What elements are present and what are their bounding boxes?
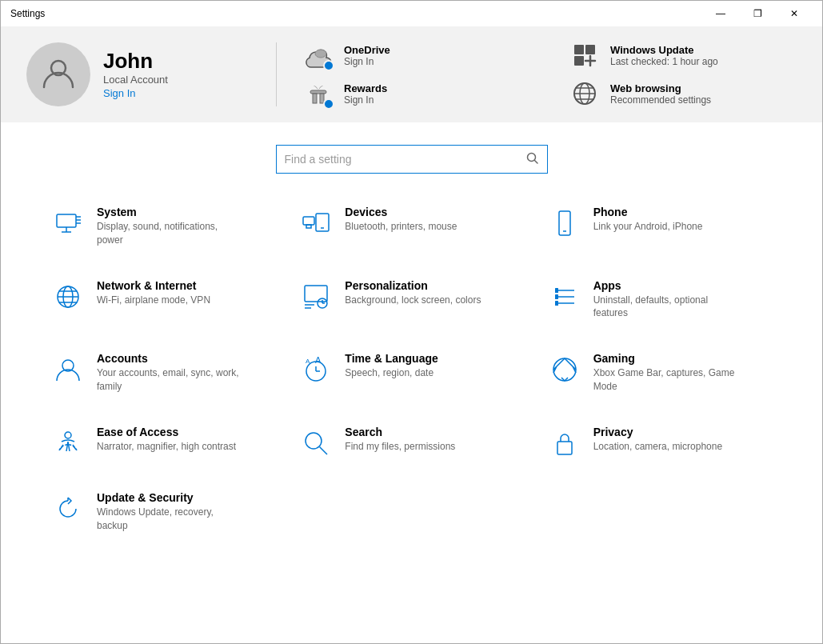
ease-text: Ease of Access Narrator, magnifier, high… (97, 426, 236, 454)
apps-text: Apps Uninstall, defaults, optional featu… (593, 279, 737, 321)
devices-icon (300, 207, 332, 239)
update-text: Update & Security Windows Update, recove… (97, 491, 241, 533)
setting-devices[interactable]: Devices Bluetooth, printers, mouse (287, 190, 535, 263)
network-text: Network & Internet Wi-Fi, airplane mode,… (97, 279, 210, 307)
phone-title: Phone (593, 206, 703, 218)
setting-system[interactable]: System Display, sound, notifications, po… (39, 190, 287, 263)
phone-icon (549, 207, 581, 239)
setting-phone[interactable]: Phone Link your Android, iPhone (536, 190, 784, 263)
ease-desc: Narrator, magnifier, high contrast (97, 440, 236, 454)
onedrive-icon-wrap (302, 39, 334, 71)
minimize-button[interactable]: — (702, 1, 739, 26)
windows-update-icon (570, 41, 599, 70)
header-section: John Local Account Sign In OneDrive Sign… (1, 26, 822, 122)
close-button[interactable]: ✕ (776, 1, 813, 26)
time-title: Time & Language (345, 352, 437, 365)
update-icon (52, 493, 84, 525)
svg-rect-4 (574, 56, 584, 66)
search-setting-desc: Find my files, permissions (345, 440, 455, 454)
search-icon (526, 152, 539, 167)
windows-update-text: Windows Update Last checked: 1 hour ago (610, 44, 718, 67)
system-title: System (97, 206, 241, 218)
maximize-button[interactable]: ❐ (739, 1, 776, 26)
svg-rect-42 (555, 294, 558, 299)
setting-network[interactable]: Network & Internet Wi-Fi, airplane mode,… (39, 263, 287, 337)
network-title: Network & Internet (97, 279, 210, 292)
gaming-text: Gaming Xbox Game Bar, captures, Game Mod… (593, 352, 737, 394)
svg-rect-55 (557, 442, 572, 454)
privacy-text: Privacy Location, camera, microphone (593, 426, 722, 454)
svg-point-53 (306, 433, 322, 449)
web-browsing-name: Web browsing (610, 82, 711, 94)
accounts-desc: Your accounts, email, sync, work, family (97, 366, 241, 394)
svg-point-51 (553, 358, 576, 381)
setting-apps[interactable]: Apps Uninstall, defaults, optional featu… (536, 263, 784, 337)
accounts-title: Accounts (97, 352, 241, 365)
web-browsing-icon-wrap (569, 78, 601, 110)
devices-desc: Bluetooth, printers, mouse (345, 220, 457, 234)
personalization-desc: Background, lock screen, colors (345, 294, 481, 307)
windows-update-icon-wrap (569, 39, 601, 71)
setting-search[interactable]: Search Find my files, permissions (287, 410, 535, 475)
onedrive-badge (323, 60, 334, 71)
gaming-title: Gaming (593, 352, 737, 365)
personalization-icon (300, 281, 332, 313)
settings-grid: System Display, sound, notifications, po… (1, 190, 822, 548)
svg-rect-2 (574, 45, 584, 54)
account-type: Local Account (103, 74, 168, 86)
gaming-desc: Xbox Game Bar, captures, Game Mode (593, 366, 737, 394)
setting-time[interactable]: A A Time & Language Speech, region, date (287, 336, 535, 410)
svg-rect-5 (310, 90, 326, 94)
search-input[interactable] (285, 153, 526, 166)
svg-rect-23 (306, 225, 311, 228)
setting-update[interactable]: Update & Security Windows Update, recove… (39, 475, 287, 549)
svg-rect-44 (555, 301, 558, 306)
user-avatar-icon (39, 54, 78, 95)
time-icon: A A (300, 354, 332, 386)
accounts-icon (52, 354, 84, 386)
apps-desc: Uninstall, defaults, optional features (593, 294, 737, 321)
svg-rect-15 (57, 214, 76, 227)
setting-privacy[interactable]: Privacy Location, camera, microphone (536, 410, 784, 475)
update-title: Update & Security (97, 491, 241, 504)
setting-ease[interactable]: Ease of Access Narrator, magnifier, high… (39, 410, 287, 475)
service-windows-update[interactable]: Windows Update Last checked: 1 hour ago (569, 39, 797, 71)
service-rewards[interactable]: Rewards Sign In (302, 78, 530, 110)
profile-section: John Local Account Sign In (26, 42, 250, 106)
profile-info: John Local Account Sign In (103, 49, 168, 100)
search-setting-title: Search (345, 426, 455, 438)
web-browsing-icon (570, 79, 599, 108)
system-desc: Display, sound, notifications, power (97, 220, 241, 247)
search-area (1, 122, 822, 190)
service-web-browsing[interactable]: Web browsing Recommended settings (569, 78, 797, 110)
setting-personalization[interactable]: Personalization Background, lock screen,… (287, 263, 535, 337)
setting-gaming[interactable]: Gaming Xbox Game Bar, captures, Game Mod… (536, 336, 784, 410)
svg-text:A: A (315, 355, 322, 365)
search-box[interactable] (276, 145, 548, 174)
svg-rect-22 (303, 217, 314, 225)
phone-text: Phone Link your Android, iPhone (593, 206, 703, 234)
rewards-text: Rewards Sign In (344, 82, 387, 106)
accounts-text: Accounts Your accounts, email, sync, wor… (97, 352, 241, 394)
rewards-sub: Sign In (344, 94, 387, 106)
service-onedrive[interactable]: OneDrive Sign In (302, 39, 530, 71)
avatar (26, 42, 90, 106)
setting-accounts[interactable]: Accounts Your accounts, email, sync, wor… (39, 336, 287, 410)
svg-rect-3 (585, 45, 595, 54)
apps-title: Apps (593, 279, 737, 292)
time-desc: Speech, region, date (345, 366, 437, 380)
svg-line-14 (534, 160, 537, 163)
devices-title: Devices (345, 206, 457, 218)
devices-text: Devices Bluetooth, printers, mouse (345, 206, 457, 234)
web-browsing-sub: Recommended settings (610, 94, 711, 106)
user-name: John (103, 49, 168, 74)
svg-rect-40 (555, 288, 558, 293)
network-icon (52, 281, 84, 313)
personalization-title: Personalization (345, 279, 481, 292)
privacy-icon (549, 427, 581, 459)
sign-in-link[interactable]: Sign In (103, 87, 135, 99)
time-text: Time & Language Speech, region, date (345, 352, 437, 380)
svg-line-54 (320, 446, 328, 454)
windows-update-name: Windows Update (610, 44, 718, 56)
windows-update-sub: Last checked: 1 hour ago (610, 56, 718, 67)
